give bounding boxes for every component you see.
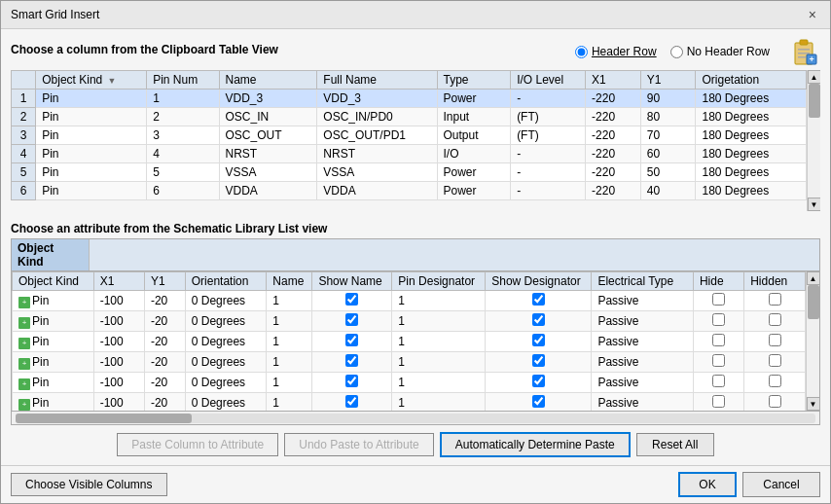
no-header-row-radio-label[interactable]: No Header Row xyxy=(670,45,770,58)
attr-col-y1[interactable]: Y1 xyxy=(144,272,185,291)
attr-cell-show-designator[interactable] xyxy=(486,373,592,393)
show-name-checkbox[interactable] xyxy=(345,334,358,346)
hide-checkbox[interactable] xyxy=(712,395,725,408)
attr-cell-hide[interactable] xyxy=(693,352,743,373)
hidden-checkbox[interactable] xyxy=(769,395,781,408)
attr-cell-hidden[interactable] xyxy=(744,332,806,352)
attr-cell-show-name[interactable] xyxy=(312,373,392,393)
col-header-orientation[interactable]: Origetation xyxy=(696,71,807,90)
attr-cell-show-name[interactable] xyxy=(312,393,392,412)
col-header-type[interactable]: Type xyxy=(437,71,511,90)
hide-checkbox[interactable] xyxy=(712,334,725,346)
show-designator-checkbox[interactable] xyxy=(532,313,545,326)
show-name-checkbox[interactable] xyxy=(345,354,358,367)
undo-paste-button[interactable]: Undo Paste to Attribute xyxy=(284,433,433,456)
hidden-checkbox[interactable] xyxy=(769,313,781,326)
col-header-name[interactable]: Name xyxy=(219,71,317,90)
hidden-checkbox[interactable] xyxy=(769,354,781,367)
attr-cell-show-designator[interactable] xyxy=(486,311,592,332)
vscroll-up-btn[interactable]: ▲ xyxy=(808,70,821,84)
attr-cell-hide[interactable] xyxy=(693,291,743,311)
hide-checkbox[interactable] xyxy=(712,375,725,387)
hide-checkbox[interactable] xyxy=(712,293,725,306)
attr-cell-hide[interactable] xyxy=(693,311,743,332)
attr-cell-show-designator[interactable] xyxy=(486,393,592,412)
show-designator-checkbox[interactable] xyxy=(532,334,545,346)
attribute-table-vscrollbar[interactable]: ▲ ▼ xyxy=(806,271,819,411)
hidden-checkbox[interactable] xyxy=(769,334,781,346)
attr-cell-show-name[interactable] xyxy=(312,311,392,332)
attr-col-hidden[interactable]: Hidden xyxy=(744,272,806,291)
attr-cell-hide[interactable] xyxy=(693,393,743,412)
show-designator-checkbox[interactable] xyxy=(532,354,545,367)
hide-checkbox[interactable] xyxy=(712,354,725,367)
attr-col-orientation[interactable]: Orientation xyxy=(185,272,267,291)
attr-cell-hidden[interactable] xyxy=(744,311,806,332)
col-header-full-name[interactable]: Full Name xyxy=(317,71,437,90)
show-designator-checkbox[interactable] xyxy=(532,395,545,408)
table-row[interactable]: 4 Pin 4 NRST NRST I/O - -220 60 180 Degr… xyxy=(12,145,807,163)
col-header-pin-num[interactable]: Pin Num xyxy=(147,71,219,90)
attr-col-hide[interactable]: Hide xyxy=(693,272,743,291)
col-header-io-level[interactable]: I/O Level xyxy=(511,71,586,90)
attr-col-pin-designator[interactable]: Pin Designator xyxy=(392,272,486,291)
attr-col-x1[interactable]: X1 xyxy=(93,272,144,291)
hidden-checkbox[interactable] xyxy=(769,375,781,387)
attr-cell-hide[interactable] xyxy=(693,373,743,393)
attr-cell-show-designator[interactable] xyxy=(486,291,592,311)
table-row[interactable]: +Pin -100 -20 0 Degrees 1 1 Passive xyxy=(13,352,806,373)
ok-button[interactable]: OK xyxy=(678,472,737,497)
hide-checkbox[interactable] xyxy=(712,313,725,326)
show-name-checkbox[interactable] xyxy=(345,375,358,387)
attr-vscroll-up-btn[interactable]: ▲ xyxy=(807,271,820,285)
attr-cell-hidden[interactable] xyxy=(744,373,806,393)
vscroll-down-btn[interactable]: ▼ xyxy=(808,198,821,211)
col-header-x1[interactable]: X1 xyxy=(586,71,641,90)
table-row[interactable]: 3 Pin 3 OSC_OUT OSC_OUT/PD1 Output (FT) … xyxy=(12,126,807,145)
table-row[interactable]: 5 Pin 5 VSSA VSSA Power - -220 50 180 De… xyxy=(12,163,807,182)
attr-cell-show-name[interactable] xyxy=(312,291,392,311)
header-row-radio-label[interactable]: Header Row xyxy=(575,45,657,58)
attr-cell-show-name[interactable] xyxy=(312,332,392,352)
table-row[interactable]: +Pin -100 -20 0 Degrees 1 1 Passive xyxy=(13,291,806,311)
close-button[interactable]: × xyxy=(805,7,820,22)
attr-cell-show-designator[interactable] xyxy=(486,352,592,373)
auto-determine-button[interactable]: Automatically Determine Paste xyxy=(440,432,631,457)
attr-col-show-name[interactable]: Show Name xyxy=(312,272,392,291)
no-header-row-radio[interactable] xyxy=(670,46,683,58)
cancel-button[interactable]: Cancel xyxy=(742,472,820,497)
attr-cell-hidden[interactable] xyxy=(744,352,806,373)
attr-col-show-designator[interactable]: Show Designator xyxy=(486,272,592,291)
table-row[interactable]: +Pin -100 -20 0 Degrees 1 1 Passive xyxy=(13,393,806,412)
show-name-checkbox[interactable] xyxy=(345,293,358,306)
col-header-y1[interactable]: Y1 xyxy=(640,71,696,90)
col-header-object-kind[interactable]: Object Kind ▼ xyxy=(36,71,147,90)
attr-cell-hide[interactable] xyxy=(693,332,743,352)
table-row[interactable]: +Pin -100 -20 0 Degrees 1 1 Passive xyxy=(13,373,806,393)
attribute-table-scroll[interactable]: Object Kind X1 Y1 Orientation Name Show … xyxy=(12,271,806,411)
clipboard-table-vscrollbar[interactable]: ▲ ▼ xyxy=(807,70,820,211)
show-designator-checkbox[interactable] xyxy=(532,375,545,387)
attr-col-object-kind[interactable]: Object Kind xyxy=(13,272,94,291)
attr-cell-hidden[interactable] xyxy=(744,291,806,311)
table-row[interactable]: 6 Pin 6 VDDA VDDA Power - -220 40 180 De… xyxy=(12,182,807,200)
attr-vscroll-down-btn[interactable]: ▼ xyxy=(807,397,820,411)
attr-cell-show-name[interactable] xyxy=(312,352,392,373)
table-row[interactable]: 2 Pin 2 OSC_IN OSC_IN/PD0 Input (FT) -22… xyxy=(12,108,807,126)
table-row[interactable]: 1 Pin 1 VDD_3 VDD_3 Power - -220 90 180 … xyxy=(12,90,807,108)
hidden-checkbox[interactable] xyxy=(769,293,781,306)
header-row-radio[interactable] xyxy=(575,46,588,58)
table-row[interactable]: +Pin -100 -20 0 Degrees 1 1 Passive xyxy=(13,332,806,352)
show-designator-checkbox[interactable] xyxy=(532,293,545,306)
table-row[interactable]: +Pin -100 -20 0 Degrees 1 1 Passive xyxy=(13,311,806,332)
attr-col-name[interactable]: Name xyxy=(267,272,312,291)
paste-column-button[interactable]: Paste Column to Attribute xyxy=(117,433,278,456)
attr-cell-hidden[interactable] xyxy=(744,393,806,412)
attr-col-electrical-type[interactable]: Electrical Type xyxy=(592,272,694,291)
show-name-checkbox[interactable] xyxy=(345,313,358,326)
attr-cell-show-designator[interactable] xyxy=(486,332,592,352)
selected-col-header[interactable]: Object Kind xyxy=(12,239,90,270)
show-name-checkbox[interactable] xyxy=(345,395,358,408)
clipboard-table-scroll[interactable]: Object Kind ▼ Pin Num Name Full Name Typ… xyxy=(11,70,807,211)
choose-visible-columns-button[interactable]: Choose Visible Columns xyxy=(11,473,167,496)
